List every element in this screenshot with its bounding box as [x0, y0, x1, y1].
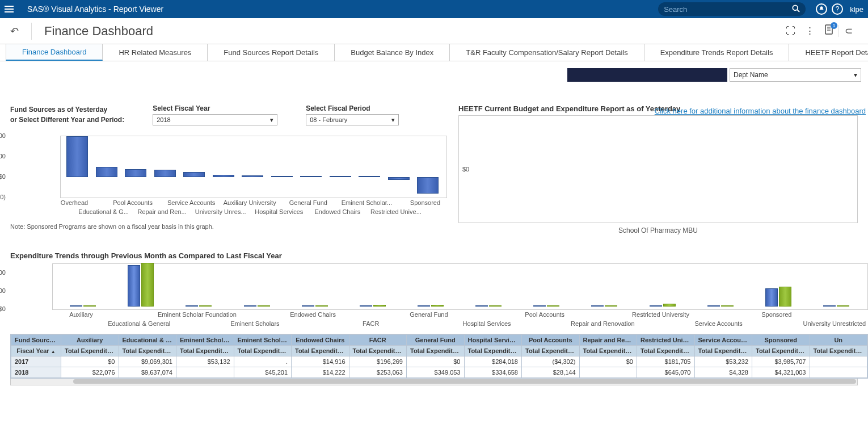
bar[interactable]	[388, 177, 410, 180]
heetf-chart[interactable]: $0	[458, 115, 858, 223]
sub-header: Total Expenditures	[637, 346, 695, 356]
grouped-bar[interactable]	[128, 263, 154, 308]
col-header-fiscalyear[interactable]: Fiscal Year ▲	[11, 346, 61, 356]
col-header[interactable]: Service Accounts	[694, 335, 752, 346]
x-label: Auxiliary University	[224, 199, 276, 206]
bar[interactable]	[125, 169, 146, 177]
col-header[interactable]: Un	[810, 335, 867, 346]
col-header[interactable]: Repair and Renovat...	[579, 335, 637, 346]
tab-fund-sources[interactable]: Fund Sources Report Details	[208, 44, 335, 61]
bar[interactable]	[242, 175, 263, 177]
dept-name-select[interactable]: Dept Name ▾	[730, 68, 861, 82]
cell: $253,063	[349, 367, 407, 378]
fullscreen-icon[interactable]: ⛶	[781, 26, 800, 37]
tab-finance-dashboard[interactable]: Finance Dashboard	[6, 44, 103, 61]
tab-expenditure-trends[interactable]: Expenditure Trends Report Details	[644, 44, 790, 61]
cell	[579, 367, 637, 378]
cell: $53,232	[694, 356, 752, 367]
grouped-bar[interactable]	[591, 300, 617, 308]
cell: $22,076	[61, 367, 119, 378]
bar[interactable]	[213, 175, 234, 177]
y-tick: $0	[0, 305, 6, 312]
user-label[interactable]: klpe	[850, 5, 863, 14]
table-row[interactable]: 2018$22,076$9,637,074$45,201$14,222$253,…	[11, 367, 867, 378]
grouped-bar[interactable]	[70, 300, 96, 308]
fund-sources-label: Fund Sources as of Yesterday or Select D…	[10, 104, 124, 125]
x-label: FACR	[363, 320, 379, 327]
cell: .	[234, 356, 292, 367]
bar[interactable]	[300, 176, 322, 177]
table-row[interactable]: 2017$0$9,069,301$53,132.$14,916$196,269$…	[11, 356, 867, 367]
search-input[interactable]	[664, 5, 792, 14]
cell: $4,321,003	[752, 367, 810, 378]
grouped-bar[interactable]	[707, 300, 734, 308]
x-label: Hospital Services	[255, 208, 303, 215]
grouped-bar[interactable]	[244, 300, 270, 308]
document-icon[interactable]: 1	[819, 24, 838, 37]
bar[interactable]	[154, 170, 176, 177]
grouped-bar[interactable]	[823, 300, 849, 308]
chevron-down-icon: ▾	[270, 116, 273, 124]
sub-header: Total Expenditures	[752, 346, 810, 356]
info-link[interactable]: Click here for additional information ab…	[655, 107, 866, 115]
col-header[interactable]: Auxiliary	[61, 335, 119, 346]
grouped-bar[interactable]	[765, 287, 791, 308]
grouped-bar[interactable]	[650, 300, 676, 308]
divider	[31, 23, 32, 40]
tab-budget-balance[interactable]: Budget Balance By Index	[335, 44, 450, 61]
bar[interactable]	[359, 176, 380, 177]
more-icon[interactable]: ⋮	[800, 25, 819, 37]
x-label: University Unres...	[195, 208, 246, 215]
col-header[interactable]: Restricted Univer...	[637, 335, 695, 346]
y-tick: $4,000,000	[0, 287, 6, 294]
grouped-bar[interactable]	[360, 300, 386, 308]
grouped-bar[interactable]	[186, 300, 212, 308]
grouped-bar[interactable]	[475, 300, 502, 308]
bar[interactable]	[417, 177, 439, 194]
tab-hr-measures[interactable]: HR Related Measures	[103, 44, 208, 61]
fiscal-year-label: Select Fiscal Year	[153, 104, 277, 112]
col-header[interactable]: Eminent Scholar Foundat...	[176, 335, 234, 346]
cell: $45,201	[234, 367, 292, 378]
col-header[interactable]: Eminent Scholars	[234, 335, 292, 346]
col-header[interactable]: General Fund	[407, 335, 465, 346]
expenditure-table[interactable]: Fund Source ▲AuxiliaryEducational & Gen.…	[10, 334, 868, 379]
search-box[interactable]	[658, 2, 806, 16]
tab-faculty-comp[interactable]: T&R Faculty Compensation/Salary Report D…	[450, 44, 644, 61]
grouped-bar[interactable]	[418, 300, 444, 308]
bar[interactable]	[183, 172, 205, 177]
grouped-bar[interactable]	[533, 300, 559, 308]
cell: $9,069,301	[119, 356, 176, 367]
bar[interactable]	[96, 167, 117, 177]
help-icon[interactable]: ?	[832, 3, 843, 15]
fund-sources-chart[interactable]	[60, 136, 447, 198]
col-header[interactable]: Pool Accounts	[522, 335, 580, 346]
fiscal-year-select[interactable]: 2018 ▾	[153, 114, 277, 125]
fiscal-period-label: Select Fiscal Period	[306, 104, 399, 112]
back-icon[interactable]: ↶	[10, 25, 19, 37]
table-hscroll[interactable]	[10, 379, 858, 385]
col-header[interactable]: Sponsored	[752, 335, 810, 346]
cell: $0	[61, 356, 119, 367]
bar[interactable]	[66, 136, 88, 177]
col-header[interactable]: Hospital Services	[464, 335, 522, 346]
menu-icon[interactable]	[5, 2, 18, 16]
cell: $284,018	[464, 356, 522, 367]
fiscal-period-select[interactable]: 08 - February ▾	[306, 114, 399, 125]
side-panel-icon[interactable]: ⊂	[838, 25, 858, 37]
col-header[interactable]: Educational & Gen...	[119, 335, 176, 346]
bar[interactable]	[330, 176, 351, 177]
x-label: Restricted University	[632, 311, 689, 318]
notifications-icon[interactable]	[816, 3, 827, 15]
col-header[interactable]: FACR	[349, 335, 407, 346]
bar[interactable]	[271, 176, 293, 177]
cell: $334,658	[464, 367, 522, 378]
search-icon[interactable]	[792, 5, 800, 14]
exp-trends-chart[interactable]	[52, 263, 868, 310]
col-header[interactable]: Endowed Chairs	[292, 335, 349, 346]
app-title: SAS® Visual Analytics - Report Viewer	[27, 5, 163, 14]
grouped-bar[interactable]	[302, 300, 328, 308]
tab-heetf[interactable]: HEETF Report Details	[789, 44, 868, 61]
col-header-fundsource[interactable]: Fund Source ▲	[11, 335, 61, 346]
dept-selected-box	[567, 68, 727, 82]
